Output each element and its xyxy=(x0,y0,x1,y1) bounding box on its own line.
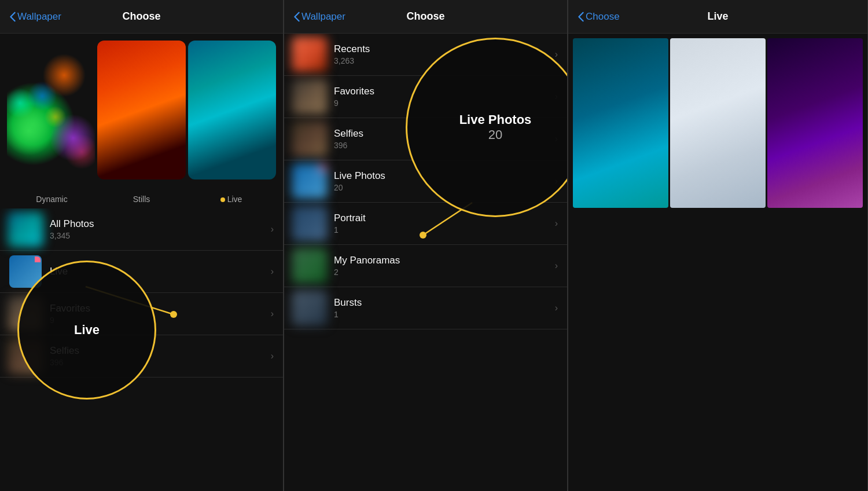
list-name-panoramas: My Panoramas xyxy=(334,255,555,266)
list-name-selfies-p1: Selfies xyxy=(50,345,271,357)
chevron-all-photos: › xyxy=(271,224,274,234)
list-text-selfies-p2: Selfies 396 xyxy=(334,128,555,150)
list-name-favorites-p2: Favorites xyxy=(334,86,555,97)
list-name-portrait: Portrait xyxy=(334,212,555,224)
list-text-selfies-p1: Selfies 396 xyxy=(50,345,271,367)
list-count-favorites-p1: 9 xyxy=(50,316,271,325)
photo-cell-2[interactable] xyxy=(670,38,766,208)
list-name-live-photos: Live Photos xyxy=(334,170,555,182)
panel2-back-button[interactable]: Wallpaper xyxy=(293,11,345,23)
list-text-favorites-p2: Favorites 9 xyxy=(334,86,555,108)
chevron-live: › xyxy=(271,266,274,277)
panel2-title: Choose xyxy=(406,10,444,23)
photo-grid xyxy=(568,34,867,212)
list-count-all-photos: 3,345 xyxy=(50,231,271,240)
panel-3: Choose Live xyxy=(568,0,868,491)
list-item-portrait[interactable]: Portrait 1 › xyxy=(284,203,567,245)
list-name-all-photos: All Photos xyxy=(50,218,271,230)
list-thumb-recents xyxy=(292,36,328,72)
label-live: Live xyxy=(186,195,276,204)
chevron-favorites-p2: › xyxy=(555,91,558,102)
thumb-stills[interactable] xyxy=(97,41,185,179)
chevron-panoramas: › xyxy=(555,261,558,271)
list-name-favorites-p1: Favorites xyxy=(50,303,271,314)
photo-cell-1[interactable] xyxy=(573,38,668,208)
list-thumb-favorites-p2 xyxy=(292,79,328,115)
list-thumb-selfies-p1 xyxy=(8,338,43,374)
list-count-favorites-p2: 9 xyxy=(334,98,555,108)
list-name-live: Live xyxy=(50,266,271,277)
list-thumb-selfies-p2 xyxy=(292,121,328,157)
list-thumb-live xyxy=(9,255,42,288)
list-text-panoramas: My Panoramas 2 xyxy=(334,255,555,277)
label-dynamic: Dynamic xyxy=(7,195,97,204)
thumb-live[interactable] xyxy=(188,41,276,179)
list-item-selfies-p2[interactable]: Selfies 396 › xyxy=(284,118,567,160)
list-count-live-photos: 20 xyxy=(334,183,555,192)
live-dot xyxy=(220,197,225,202)
list-text-bursts: Bursts 1 xyxy=(334,297,555,319)
list-item-live-photos[interactable]: Live Photos 20 › xyxy=(284,160,567,203)
panel-2: Wallpaper Choose Recents 3,263 › Favorit… xyxy=(284,0,568,491)
list-thumb-favorites-p1 xyxy=(8,296,43,332)
list-thumb-live-photos xyxy=(292,163,328,199)
list-item-favorites-p2[interactable]: Favorites 9 › xyxy=(284,76,567,118)
panel3-back-label: Choose xyxy=(586,11,620,23)
chevron-portrait: › xyxy=(555,218,558,229)
list-thumb-portrait xyxy=(292,206,328,241)
list-item-bursts[interactable]: Bursts 1 › xyxy=(284,287,567,329)
list-text-recents: Recents 3,263 xyxy=(334,43,555,65)
panel2-list: Recents 3,263 › Favorites 9 › Selfies 39… xyxy=(284,34,567,491)
thumb-dynamic[interactable] xyxy=(7,41,95,179)
list-count-bursts: 1 xyxy=(334,310,555,319)
chevron-recents: › xyxy=(555,49,558,60)
chevron-bursts: › xyxy=(555,303,558,313)
panel1-back-label: Wallpaper xyxy=(17,11,61,23)
list-thumb-bursts xyxy=(292,290,328,326)
list-item-selfies-p1[interactable]: Selfies 396 › xyxy=(0,335,283,378)
list-thumb-all-photos xyxy=(8,211,43,247)
list-name-recents: Recents xyxy=(334,43,555,55)
thumb-labels: Dynamic Stills Live xyxy=(0,185,283,208)
list-text-all-photos: All Photos 3,345 xyxy=(50,218,271,240)
chevron-selfies-p1: › xyxy=(271,351,274,361)
chevron-live-photos: › xyxy=(555,176,558,186)
list-item-panoramas[interactable]: My Panoramas 2 › xyxy=(284,245,567,287)
list-name-selfies-p2: Selfies xyxy=(334,128,555,140)
panel2-back-label: Wallpaper xyxy=(301,11,345,23)
chevron-favorites-p1: › xyxy=(271,309,274,319)
list-name-bursts: Bursts xyxy=(334,297,555,309)
panel-1: Wallpaper Choose Dynamic Stills Live All… xyxy=(0,0,284,491)
panel3-back-button[interactable]: Choose xyxy=(578,11,620,23)
list-item-recents[interactable]: Recents 3,263 › xyxy=(284,34,567,76)
panel1-back-button[interactable]: Wallpaper xyxy=(9,11,61,23)
panel1-title: Choose xyxy=(122,10,160,23)
list-item-favorites-p1[interactable]: Favorites 9 › xyxy=(0,293,283,335)
list-text-portrait: Portrait 1 xyxy=(334,212,555,234)
list-text-live: Live xyxy=(50,266,271,277)
panel1-header: Wallpaper Choose xyxy=(0,0,283,34)
list-count-panoramas: 2 xyxy=(334,268,555,277)
photo-cell-3[interactable] xyxy=(767,38,863,208)
panel3-header: Choose Live xyxy=(568,0,867,34)
list-count-selfies-p1: 396 xyxy=(50,358,271,367)
panel3-title: Live xyxy=(707,10,728,23)
list-item-all-photos[interactable]: All Photos 3,345 › xyxy=(0,208,283,251)
list-count-selfies-p2: 396 xyxy=(334,141,555,150)
panel1-list: All Photos 3,345 › Live › Favorites 9 › xyxy=(0,208,283,491)
list-item-live[interactable]: Live › xyxy=(0,251,283,293)
list-text-favorites-p1: Favorites 9 xyxy=(50,303,271,325)
panel2-header: Wallpaper Choose xyxy=(284,0,567,34)
wallpaper-type-row xyxy=(0,34,283,179)
list-thumb-panoramas xyxy=(292,248,328,284)
list-count-recents: 3,263 xyxy=(334,56,555,65)
label-stills: Stills xyxy=(97,195,186,204)
list-text-live-photos: Live Photos 20 xyxy=(334,170,555,192)
list-count-portrait: 1 xyxy=(334,225,555,234)
chevron-selfies-p2: › xyxy=(555,134,558,144)
